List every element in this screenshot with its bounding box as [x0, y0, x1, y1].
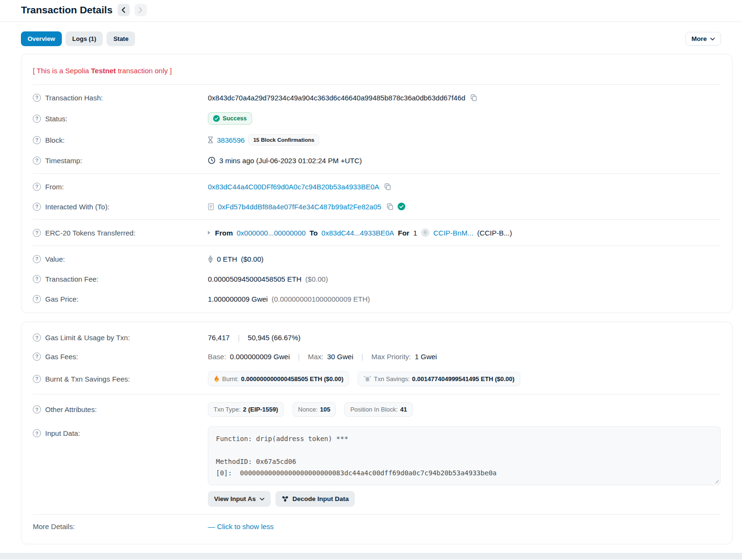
show-less-link[interactable]: — Click to show less — [208, 522, 273, 531]
copy-from-address-button[interactable] — [383, 183, 391, 190]
other-attributes-label: Other Attributes: — [45, 405, 97, 413]
interacted-with-label: Interacted With (To): — [45, 203, 109, 211]
help-icon — [33, 203, 41, 211]
copy-icon — [470, 94, 478, 101]
chevron-right-icon — [138, 7, 143, 13]
txn-type-label: Txn Type: — [214, 406, 241, 413]
divider — [33, 173, 721, 174]
help-icon — [33, 429, 41, 437]
transaction-fee-eth: 0.000050945000458505 ETH — [208, 275, 302, 283]
token-name-link[interactable]: CCIP-BnM... — [433, 229, 473, 237]
input-data-content: Function: drip(address token) *** Method… — [216, 433, 713, 479]
tab-state[interactable]: State — [107, 31, 135, 46]
row-value: Value: 0 ETH ($0.00) — [33, 249, 721, 269]
block-label: Block: — [45, 136, 65, 144]
help-icon — [33, 136, 41, 144]
gas-usage-value: 50,945 (66.67%) — [248, 334, 301, 342]
details-card: Gas Limit & Usage by Txn: 76,417 50,945 … — [21, 322, 732, 544]
from-label-group: From: — [33, 183, 208, 191]
value-label: Value: — [45, 255, 65, 263]
input-data-textarea[interactable]: Function: drip(address token) *** Method… — [208, 426, 721, 485]
base-fee-label: Base: — [208, 353, 226, 361]
erc20-amount: 1 — [413, 229, 417, 237]
separator — [298, 353, 300, 361]
from-address-link[interactable]: 0x83dC44a4C00DFf69d0A0c7c94B20b53a4933BE… — [208, 183, 379, 191]
interacted-with-label-group: Interacted With (To): — [33, 203, 208, 211]
decode-input-data-button[interactable]: Decode Input Data — [275, 491, 355, 507]
help-icon — [33, 255, 41, 263]
separator — [361, 353, 363, 361]
input-data-label: Input Data: — [45, 429, 80, 437]
row-status: Status: Success — [33, 108, 721, 129]
more-details-label: More Details: — [33, 522, 75, 531]
chevron-down-icon — [710, 38, 715, 40]
testnet-warning-post: transaction only ] — [116, 67, 172, 75]
erc20-from-address-link[interactable]: 0x000000...00000000 — [237, 229, 306, 237]
row-timestamp: Timestamp: 3 mins ago (Jul-06-2023 01:02… — [33, 150, 721, 170]
page-title: Transaction Details — [21, 4, 113, 16]
erc20-label-group: ERC-20 Tokens Transferred: — [33, 229, 208, 237]
resize-handle[interactable] — [713, 478, 719, 483]
testnet-warning-pre: [ This is a Sepolia — [33, 67, 91, 75]
row-gas-price: Gas Price: 1.000000009 Gwei (0.000000001… — [33, 289, 721, 309]
row-gas-fees: Gas Fees: Base: 0.000000009 Gwei Max: 30… — [33, 346, 721, 366]
status-label: Status: — [45, 115, 68, 123]
position-label: Position In Block: — [350, 406, 398, 413]
to-address-link[interactable]: 0xFd57b4ddBf88a4e07fF4e34C487b99af2Fe82a… — [218, 203, 381, 211]
transaction-hash-value: 0x843dc70a4a29d79234c49a904c363d6c46640a… — [208, 94, 465, 102]
help-icon — [33, 375, 41, 383]
value-usd: ($0.00) — [241, 255, 264, 263]
nonce-badge: Nonce: 105 — [293, 402, 336, 417]
gas-fees-label-group: Gas Fees: — [33, 353, 208, 361]
copy-to-address-button[interactable] — [385, 203, 394, 210]
input-data-actions: View Input As Decode Input Data — [208, 491, 721, 507]
more-dropdown-button[interactable]: More — [685, 32, 721, 46]
page-footer-strip — [0, 553, 742, 560]
view-input-as-button[interactable]: View Input As — [208, 491, 271, 507]
row-block: Block: 3836596 15 Block Confirmations — [33, 129, 721, 150]
clock-icon — [208, 157, 215, 164]
erc20-for-word: For — [398, 229, 409, 237]
txn-savings-badge: Txn Savings: 0.001477404999541495 ETH ($… — [358, 372, 520, 386]
tabs-row: Overview Logs (1) State More — [0, 22, 742, 54]
block-number-link[interactable]: 3836596 — [217, 136, 244, 144]
next-transaction-button[interactable] — [135, 4, 147, 16]
divider — [33, 514, 721, 515]
copy-transaction-hash-button[interactable] — [469, 94, 478, 101]
check-circle-icon — [213, 115, 220, 122]
tab-overview[interactable]: Overview — [21, 31, 62, 46]
burnt-value: 0.000000000000458505 ETH ($0.00) — [241, 375, 343, 383]
timestamp-label: Timestamp: — [45, 157, 82, 165]
erc20-to-word: To — [310, 229, 318, 237]
txn-savings-label: Txn Savings: — [374, 375, 410, 383]
flame-icon — [214, 375, 220, 383]
testnet-warning-em: Testnet — [91, 67, 116, 75]
caret-right-icon — [208, 231, 210, 235]
transaction-fee-usd: ($0.00) — [305, 275, 328, 283]
other-attributes-label-group: Other Attributes: — [33, 405, 208, 413]
page-header: Transaction Details — [0, 0, 742, 22]
row-more-details: More Details: — Click to show less — [33, 518, 721, 540]
row-input-data: Input Data: Function: drip(address token… — [33, 422, 721, 511]
token-icon — [421, 228, 430, 237]
gas-price-eth: (0.000000001000000009 ETH) — [272, 295, 370, 303]
contract-icon — [208, 203, 214, 210]
help-icon — [33, 405, 41, 413]
tab-logs[interactable]: Logs (1) — [66, 31, 103, 46]
from-label: From: — [45, 183, 64, 191]
gas-price-label: Gas Price: — [45, 295, 78, 303]
prev-transaction-button[interactable] — [117, 4, 130, 16]
transaction-fee-label: Transaction Fee: — [45, 275, 98, 283]
token-symbol: (CCIP-B...) — [477, 229, 512, 237]
more-details-label-group: More Details: — [33, 522, 208, 531]
tabs-group: Overview Logs (1) State — [21, 31, 135, 46]
timestamp-label-group: Timestamp: — [33, 157, 208, 165]
erc20-to-address-link[interactable]: 0x83dC44...4933BE0A — [322, 229, 394, 237]
base-fee-value: 0.000000009 Gwei — [230, 353, 290, 361]
row-burnt-savings: Burnt & Txn Savings Fees: Burnt: 0.00000… — [33, 366, 721, 391]
txn-savings-icon — [363, 375, 371, 382]
help-icon — [33, 295, 41, 303]
gas-limit-label-group: Gas Limit & Usage by Txn: — [33, 334, 208, 342]
gas-price-gwei: 1.000000009 Gwei — [208, 295, 268, 303]
testnet-warning: [ This is a Sepolia Testnet transaction … — [33, 58, 721, 81]
